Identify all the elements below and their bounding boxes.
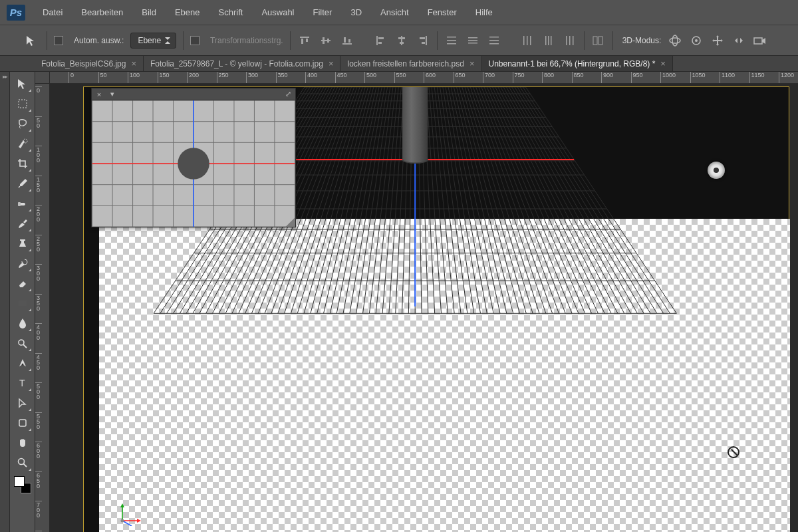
move-tool[interactable]	[13, 74, 33, 93]
menu-view[interactable]: Ansicht	[372, 3, 417, 21]
ruler-tick: 350	[35, 294, 42, 311]
close-tab-icon[interactable]: ×	[469, 59, 475, 68]
secondary-view-body[interactable]	[92, 100, 295, 227]
svg-rect-48	[18, 202, 21, 206]
document-tab[interactable]: Fotolia_BeispielCS6.jpg×	[35, 56, 144, 71]
3d-pan-icon[interactable]	[710, 33, 725, 48]
align-left-edges-icon[interactable]	[373, 33, 388, 48]
svg-rect-14	[400, 42, 404, 44]
hand-tool[interactable]	[13, 434, 33, 452]
menu-image[interactable]: Bild	[134, 3, 164, 21]
shape-tool[interactable]	[13, 414, 33, 432]
gradient-tool[interactable]	[13, 294, 33, 313]
crop-tool[interactable]	[13, 154, 33, 173]
svg-rect-22	[468, 40, 477, 41]
layer-group-dropdown[interactable]: Ebene	[130, 33, 176, 49]
ruler-tick: 800	[542, 72, 554, 83]
align-right-edges-icon[interactable]	[416, 33, 430, 48]
document-tab[interactable]: locken freistellen farbbereich.psd×	[340, 56, 481, 71]
auto-select-checkbox[interactable]	[54, 35, 67, 45]
light-source-widget[interactable]	[708, 162, 725, 179]
ruler-tick: 700	[35, 501, 42, 518]
menu-type[interactable]: Schrift	[211, 3, 251, 21]
3d-slide-icon[interactable]	[732, 33, 746, 48]
transform-controls-checkbox[interactable]	[190, 35, 203, 45]
color-swatches[interactable]	[14, 476, 31, 493]
svg-rect-26	[489, 43, 499, 45]
lasso-tool[interactable]	[13, 114, 33, 133]
workspace: ▸▸ T 05010015020025030035040045050055060…	[0, 72, 798, 532]
prohibit-cursor-icon	[728, 446, 739, 458]
align-top-edges-icon[interactable]	[297, 33, 312, 48]
horizontal-ruler[interactable]: 0501001502002503003504004505005506006507…	[50, 72, 798, 84]
history-brush-tool[interactable]	[13, 254, 33, 273]
menu-edit[interactable]: Bearbeiten	[73, 3, 131, 21]
close-tab-icon[interactable]: ×	[329, 59, 334, 68]
menu-help[interactable]: Hilfe	[467, 3, 501, 21]
expand-arrows-icon: ▸▸	[3, 73, 7, 532]
dodge-tool[interactable]	[13, 334, 33, 352]
type-tool[interactable]: T	[13, 374, 33, 392]
clone-stamp-tool[interactable]	[13, 234, 33, 253]
menu-3d[interactable]: 3D	[342, 3, 370, 21]
align-bottom-edges-icon[interactable]	[340, 33, 354, 48]
3d-camera-icon[interactable]	[753, 33, 767, 48]
ruler-tick: 350	[276, 72, 288, 83]
ruler-tick: 450	[35, 353, 42, 370]
document-tab[interactable]: Fotolia_25579867_L - © yellowj - Fotolia…	[144, 56, 340, 71]
pen-tool[interactable]	[13, 354, 33, 372]
ruler-tick: 200	[187, 72, 199, 83]
eyedropper-tool[interactable]	[13, 174, 33, 193]
close-tab-icon[interactable]: ×	[660, 59, 666, 68]
menu-file[interactable]: Datei	[35, 3, 70, 21]
close-tab-icon[interactable]: ×	[131, 59, 136, 68]
blur-tool[interactable]	[13, 314, 33, 332]
vertical-ruler[interactable]: 0501001502002503003504004505005506006507…	[35, 84, 50, 532]
svg-line-137	[448, 87, 565, 313]
ruler-tick: 700	[483, 72, 495, 83]
distribute-right-icon[interactable]	[563, 33, 577, 48]
document-tab[interactable]: Unbenannt-1 bei 66,7% (Hintergrund, RGB/…	[482, 56, 673, 71]
align-horizontal-centers-icon[interactable]	[394, 33, 409, 48]
ruler-origin[interactable]	[35, 72, 50, 84]
svg-rect-9	[376, 36, 378, 45]
svg-rect-28	[527, 36, 528, 45]
ruler-tick: 500	[364, 72, 376, 83]
distribute-left-icon[interactable]	[520, 33, 535, 48]
healing-brush-tool[interactable]	[13, 194, 33, 213]
distribute-vcenter-icon[interactable]	[466, 33, 480, 48]
ruler-tick: 650	[454, 72, 466, 83]
secondary-view-content	[92, 100, 295, 227]
menu-select[interactable]: Auswahl	[253, 3, 302, 21]
secondary-view-header[interactable]: × ▾ ⤢	[92, 88, 295, 100]
3d-axis-gizmo[interactable]	[116, 498, 144, 526]
distribute-top-icon[interactable]	[444, 33, 459, 48]
3d-orbit-icon[interactable]	[668, 33, 682, 48]
svg-rect-36	[593, 37, 597, 45]
path-selection-tool[interactable]	[13, 394, 33, 412]
panel-menu-icon[interactable]: ▾	[108, 90, 117, 99]
marquee-tool[interactable]	[13, 94, 33, 113]
svg-marker-158	[120, 503, 124, 507]
auto-align-icon[interactable]	[591, 33, 606, 48]
canvas-area[interactable]: 0501001502002503003504004505005506006507…	[35, 72, 798, 532]
ruler-tick: 300	[246, 72, 258, 83]
distribute-hcenter-icon[interactable]	[541, 33, 556, 48]
align-vertical-centers-icon[interactable]	[319, 33, 333, 48]
distribute-bottom-icon[interactable]	[487, 33, 501, 48]
secondary-3d-view-panel[interactable]: × ▾ ⤢	[91, 88, 296, 227]
menu-filter[interactable]: Filter	[305, 3, 340, 21]
swap-view-icon[interactable]: ⤢	[283, 90, 293, 99]
close-panel-icon[interactable]: ×	[94, 90, 104, 99]
brush-tool[interactable]	[13, 214, 33, 233]
menu-window[interactable]: Fenster	[420, 3, 465, 21]
eraser-tool[interactable]	[13, 274, 33, 293]
separator	[612, 31, 613, 50]
quick-selection-tool[interactable]	[13, 134, 33, 153]
move-tool-indicator[interactable]	[23, 33, 40, 48]
3d-roll-icon[interactable]	[689, 33, 704, 48]
menu-layer[interactable]: Ebene	[167, 3, 208, 21]
collapsed-left-panel[interactable]: ▸▸	[0, 72, 10, 532]
zoom-tool[interactable]	[13, 454, 33, 472]
auto-select-label: Autom. ausw.:	[74, 36, 124, 45]
